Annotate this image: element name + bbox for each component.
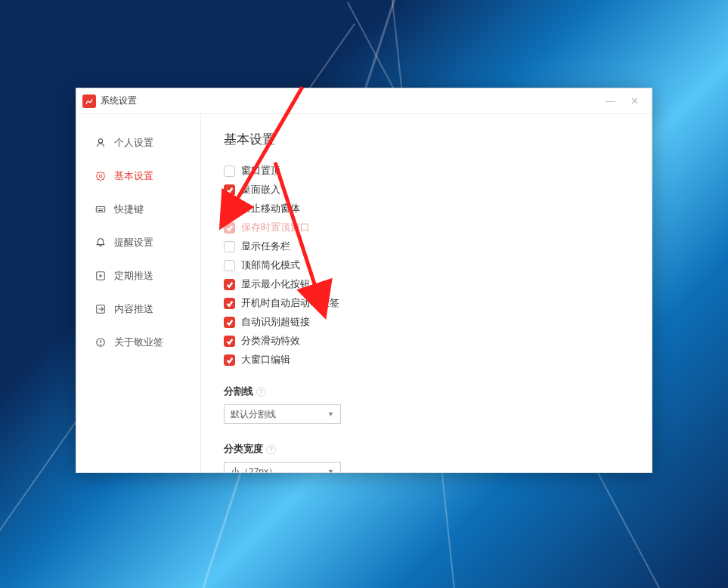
option-label: 显示任务栏 <box>241 240 290 253</box>
options-list: 窗口置顶 桌面嵌入 禁止移动窗体 保存时置顶窗口 显示任务栏 <box>224 165 629 367</box>
checkbox[interactable] <box>224 184 235 196</box>
help-icon[interactable]: ? <box>266 444 276 454</box>
checkbox[interactable] <box>224 354 235 366</box>
checkbox[interactable] <box>224 279 235 290</box>
svg-point-2 <box>99 175 102 178</box>
sidebar-item-label: 基本设置 <box>114 169 153 183</box>
option-label: 窗口置顶 <box>241 165 280 178</box>
sidebar-item-personal[interactable]: 个人设置 <box>76 126 200 159</box>
svg-marker-1 <box>96 172 105 181</box>
option-save-top: 保存时置顶窗口 <box>224 221 629 234</box>
option-window-top[interactable]: 窗口置顶 <box>224 165 629 178</box>
sidebar-item-label: 个人设置 <box>114 136 153 150</box>
checkbox[interactable] <box>224 241 235 252</box>
option-label: 显示最小化按钮 <box>241 278 310 291</box>
option-lock-move[interactable]: 禁止移动窗体 <box>224 203 629 215</box>
gear-icon <box>94 171 107 181</box>
titlebar: 系统设置 — ✕ <box>76 88 652 114</box>
checkbox[interactable] <box>224 336 235 347</box>
option-label: 顶部简化模式 <box>241 259 300 272</box>
option-label: 分类滑动特效 <box>241 335 300 348</box>
svg-point-14 <box>100 344 101 345</box>
checkbox <box>224 222 235 234</box>
width-section-label: 分类宽度 ? <box>224 442 629 456</box>
select-value: 默认分割线 <box>231 408 276 421</box>
minimize-button[interactable]: — <box>603 95 617 107</box>
doc-forward-icon <box>94 304 107 314</box>
bell-icon <box>94 237 107 248</box>
sidebar-item-label: 关于敬业签 <box>114 336 163 349</box>
divider-section-label: 分割线 ? <box>224 385 629 398</box>
help-icon[interactable]: ? <box>256 387 266 397</box>
clock-forward-icon <box>94 271 107 281</box>
info-icon <box>94 337 107 348</box>
select-value: 小（27px） <box>231 466 277 473</box>
checkbox[interactable] <box>224 298 235 309</box>
svg-point-0 <box>98 139 102 143</box>
option-big-edit[interactable]: 大窗口编辑 <box>224 354 629 367</box>
window-title: 系统设置 <box>101 94 137 107</box>
checkbox[interactable] <box>224 166 235 177</box>
content-panel: 基本设置 窗口置顶 桌面嵌入 禁止移动窗体 保存时置顶窗口 <box>201 114 652 472</box>
option-label: 保存时置顶窗口 <box>241 221 310 234</box>
content-heading: 基本设置 <box>224 131 629 148</box>
option-category-slide[interactable]: 分类滑动特效 <box>224 335 629 348</box>
checkbox[interactable] <box>224 317 235 328</box>
chevron-down-icon: ▼ <box>327 410 334 418</box>
width-select[interactable]: 小（27px） ▼ <box>224 462 341 472</box>
option-top-simple[interactable]: 顶部简化模式 <box>224 259 629 272</box>
option-show-taskbar[interactable]: 显示任务栏 <box>224 240 629 253</box>
option-auto-link[interactable]: 自动识别超链接 <box>224 316 629 329</box>
person-icon <box>94 138 107 148</box>
sidebar-item-label: 提醒设置 <box>114 236 153 249</box>
option-label: 桌面嵌入 <box>241 184 280 197</box>
close-button[interactable]: ✕ <box>627 95 641 107</box>
keyboard-icon <box>94 204 107 215</box>
svg-marker-10 <box>100 274 103 277</box>
sidebar-item-label: 内容推送 <box>114 302 153 316</box>
checkbox[interactable] <box>224 260 235 271</box>
option-label: 自动识别超链接 <box>241 316 310 329</box>
sidebar: 个人设置 基本设置 快捷键 提醒设置 <box>76 114 201 472</box>
option-label: 大窗口编辑 <box>241 354 290 367</box>
option-autostart[interactable]: 开机时自动启动敬业签 <box>224 297 629 310</box>
option-desktop-embed[interactable]: 桌面嵌入 <box>224 184 629 197</box>
sidebar-item-about[interactable]: 关于敬业签 <box>76 326 200 359</box>
sidebar-item-content-push[interactable]: 内容推送 <box>76 292 200 326</box>
option-label: 开机时自动启动敬业签 <box>241 297 339 310</box>
window-body: 个人设置 基本设置 快捷键 提醒设置 <box>76 114 652 472</box>
sidebar-item-scheduled-push[interactable]: 定期推送 <box>76 259 200 292</box>
checkbox[interactable] <box>224 203 235 215</box>
settings-window: 系统设置 — ✕ 个人设置 基本设置 快 <box>76 88 652 473</box>
divider-select[interactable]: 默认分割线 ▼ <box>224 404 341 424</box>
option-label: 禁止移动窗体 <box>241 203 300 215</box>
sidebar-item-reminder[interactable]: 提醒设置 <box>76 226 200 259</box>
chevron-down-icon: ▼ <box>327 468 334 472</box>
sidebar-item-label: 快捷键 <box>114 203 144 216</box>
sidebar-item-basic[interactable]: 基本设置 <box>76 159 200 193</box>
sidebar-item-shortcuts[interactable]: 快捷键 <box>76 193 200 226</box>
svg-rect-3 <box>96 207 104 212</box>
sidebar-item-label: 定期推送 <box>114 269 153 283</box>
option-show-minimize[interactable]: 显示最小化按钮 <box>224 278 629 291</box>
window-controls: — ✕ <box>603 95 646 107</box>
app-icon <box>82 94 96 108</box>
